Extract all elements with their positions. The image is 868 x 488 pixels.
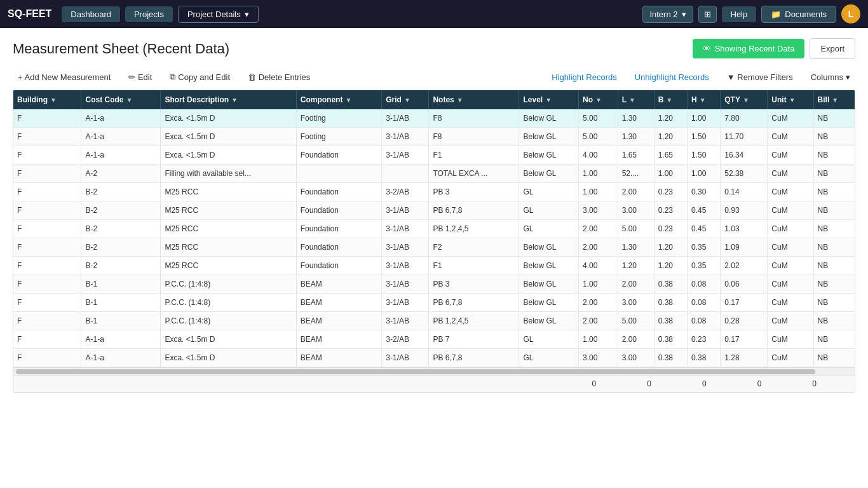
col-h[interactable]: H ▼ <box>687 90 720 109</box>
showing-recent-data-button[interactable]: 👁 Showing Recent Data <box>693 39 805 58</box>
table-row[interactable]: FB-1P.C.C. (1:4:8)BEAM3-1/ABPB 6,7,8Belo… <box>13 294 855 312</box>
eye-icon: 👁 <box>703 44 711 53</box>
filter-icon: ▼ <box>629 97 635 104</box>
table-row[interactable]: FA-2Filling with available sel...TOTAL E… <box>13 165 855 183</box>
table-cell: 0.30 <box>687 183 720 201</box>
table-cell: Foundation <box>296 146 382 165</box>
table-cell: 11.70 <box>721 128 768 146</box>
add-new-measurement-button[interactable]: + Add New Measurement <box>13 70 116 85</box>
table-cell: B-1 <box>81 312 161 330</box>
table-cell: 0.38 <box>654 312 687 330</box>
col-bill[interactable]: Bill ▼ <box>813 90 855 109</box>
table-cell: 0.45 <box>687 220 720 238</box>
table-row[interactable]: FA-1-aExca. <1.5m DFoundation3-1/ABF1Bel… <box>13 146 855 165</box>
table-cell: 3-2/AB <box>382 330 429 349</box>
table-cell: 3-1/AB <box>382 257 429 275</box>
horizontal-scrollbar[interactable] <box>13 367 855 375</box>
table-header-row: Building ▼ Cost Code ▼ Short Description… <box>13 90 855 109</box>
table-row[interactable]: FB-2M25 RCCFoundation3-1/ABPB 1,2,4,5GL2… <box>13 220 855 238</box>
col-no[interactable]: No ▼ <box>578 90 618 109</box>
table-row[interactable]: FB-2M25 RCCFoundation3-2/ABPB 3GL1.002.0… <box>13 183 855 201</box>
col-qty[interactable]: QTY ▼ <box>721 90 768 109</box>
table-cell: 2.00 <box>578 294 618 312</box>
table-cell: 7.80 <box>721 109 768 128</box>
table-row[interactable]: FA-1-aExca. <1.5m DFooting3-1/ABF8Below … <box>13 128 855 146</box>
table-cell: Below GL <box>519 257 578 275</box>
table-row[interactable]: FB-2M25 RCCFoundation3-1/ABPB 6,7,8GL3.0… <box>13 201 855 220</box>
columns-button[interactable]: Columns ▾ <box>806 70 855 85</box>
table-cell: PB 3 <box>429 183 519 201</box>
table-cell: NB <box>813 238 855 257</box>
table-row[interactable]: FA-1-aExca. <1.5m DBEAM3-2/ABPB 7GL1.002… <box>13 330 855 349</box>
project-details-button[interactable]: Project Details ▾ <box>178 6 259 23</box>
table-cell: Foundation <box>296 220 382 238</box>
remove-filters-button[interactable]: ▼ Remove Filters <box>722 70 798 85</box>
table-cell: 3-1/AB <box>382 146 429 165</box>
table-row[interactable]: FB-2M25 RCCFoundation3-1/ABF2Below GL2.0… <box>13 238 855 257</box>
table-cell: 1.20 <box>654 128 687 146</box>
table-cell: 3-1/AB <box>382 128 429 146</box>
col-unit[interactable]: Unit ▼ <box>768 90 813 109</box>
table-cell: 0.38 <box>654 330 687 349</box>
total-no: 0 <box>592 379 597 388</box>
col-short-description[interactable]: Short Description ▼ <box>161 90 296 109</box>
chevron-down-icon: ▾ <box>846 72 850 82</box>
table-row[interactable]: FA-1-aExca. <1.5m DFooting3-1/ABF8Below … <box>13 109 855 128</box>
col-grid[interactable]: Grid ▼ <box>382 90 429 109</box>
table-cell: 1.30 <box>618 238 654 257</box>
delete-entries-button[interactable]: 🗑 Delete Entries <box>243 70 315 85</box>
col-b[interactable]: B ▼ <box>654 90 687 109</box>
table-cell: 1.00 <box>578 183 618 201</box>
col-building[interactable]: Building ▼ <box>13 90 81 109</box>
unhighlight-records-button[interactable]: Unhighlight Records <box>630 70 714 85</box>
export-button[interactable]: Export <box>810 38 855 59</box>
col-component[interactable]: Component ▼ <box>296 90 382 109</box>
help-button[interactable]: Help <box>722 6 757 22</box>
table-cell: 1.50 <box>687 146 720 165</box>
table-cell: 1.00 <box>578 165 618 183</box>
edit-button[interactable]: ✏ Edit <box>123 70 157 85</box>
documents-button[interactable]: 📁 Documents <box>761 6 836 23</box>
copy-edit-button[interactable]: ⧉ Copy and Edit <box>165 69 235 85</box>
table-row[interactable]: FA-1-aExca. <1.5m DBEAM3-1/ABPB 6,7,8GL3… <box>13 349 855 367</box>
projects-button[interactable]: Projects <box>125 6 173 22</box>
table-cell: 1.00 <box>578 275 618 294</box>
intern-select[interactable]: Intern 2 ▾ <box>642 6 693 23</box>
dashboard-button[interactable]: Dashboard <box>62 6 120 22</box>
table-cell <box>382 165 429 183</box>
col-cost-code[interactable]: Cost Code ▼ <box>81 90 161 109</box>
table-cell: 3-1/AB <box>382 275 429 294</box>
table-row[interactable]: FB-1P.C.C. (1:4:8)BEAM3-1/ABPB 1,2,4,5Be… <box>13 312 855 330</box>
table-cell: 0.38 <box>654 294 687 312</box>
table-row[interactable]: FB-1P.C.C. (1:4:8)BEAM3-1/ABPB 3Below GL… <box>13 275 855 294</box>
highlight-records-button[interactable]: Highlight Records <box>546 70 622 85</box>
avatar[interactable]: L <box>841 4 860 24</box>
table-cell: 1.20 <box>654 257 687 275</box>
col-level[interactable]: Level ▼ <box>519 90 578 109</box>
grid-icon-button[interactable]: ⊞ <box>698 6 717 23</box>
filter-icon: ▼ <box>595 97 602 104</box>
table-cell: 0.93 <box>721 201 768 220</box>
table-cell: BEAM <box>296 330 382 349</box>
table-cell: P.C.C. (1:4:8) <box>161 275 296 294</box>
table-cell: GL <box>519 201 578 220</box>
table-cell: 3-1/AB <box>382 312 429 330</box>
table-cell: 3-2/AB <box>382 183 429 201</box>
table-cell: 1.65 <box>618 146 654 165</box>
table-cell: Exca. <1.5m D <box>161 349 296 367</box>
table-cell: Filling with available sel... <box>161 165 296 183</box>
table-cell: NB <box>813 275 855 294</box>
table-row[interactable]: FB-2M25 RCCFoundation3-1/ABF1Below GL4.0… <box>13 257 855 275</box>
table-cell: 0.08 <box>687 275 720 294</box>
table-cell: PB 6,7,8 <box>429 201 519 220</box>
table-cell: 3-1/AB <box>382 109 429 128</box>
table-cell: 5.00 <box>578 128 618 146</box>
table-cell: F8 <box>429 109 519 128</box>
col-l[interactable]: L ▼ <box>618 90 654 109</box>
table-cell: PB 1,2,4,5 <box>429 312 519 330</box>
col-notes[interactable]: Notes ▼ <box>429 90 519 109</box>
table-cell: NB <box>813 312 855 330</box>
table-cell: F <box>13 330 81 349</box>
table-cell: 0.08 <box>687 312 720 330</box>
table-cell: A-2 <box>81 165 161 183</box>
